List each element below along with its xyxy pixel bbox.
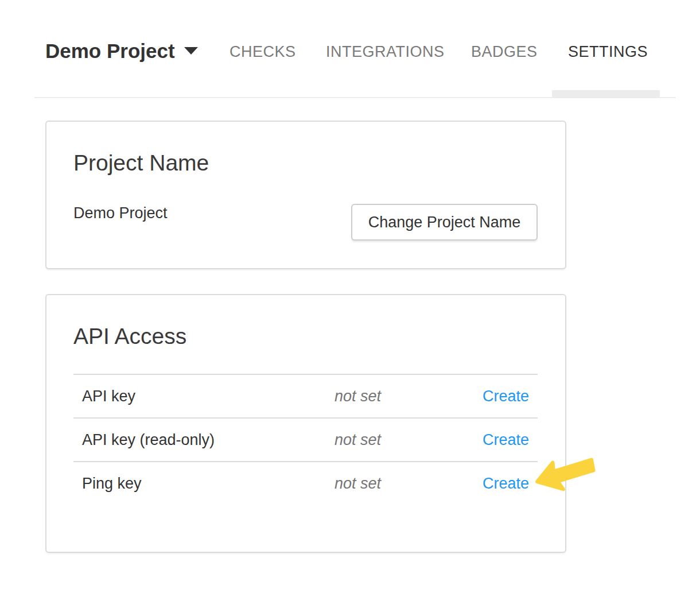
nav-divider xyxy=(34,97,676,98)
project-switcher[interactable]: Demo Project xyxy=(45,40,198,63)
create-api-key-readonly-link[interactable]: Create xyxy=(483,431,529,448)
project-switcher-label: Demo Project xyxy=(45,40,175,62)
create-api-key-link[interactable]: Create xyxy=(483,388,529,405)
caret-down-icon xyxy=(184,47,198,55)
tab-integrations[interactable]: INTEGRATIONS xyxy=(326,43,445,61)
change-project-name-button[interactable]: Change Project Name xyxy=(351,204,538,241)
project-name-card-title: Project Name xyxy=(73,150,209,176)
create-ping-key-link[interactable]: Create xyxy=(483,475,529,492)
ping-key-label: Ping key xyxy=(73,475,291,493)
api-key-value: not set xyxy=(291,388,424,405)
api-keys-table: API key not set Create API key (read-onl… xyxy=(73,374,538,505)
project-name-card: Project Name Demo Project Change Project… xyxy=(45,121,566,269)
tab-checks[interactable]: CHECKS xyxy=(230,43,296,61)
api-key-readonly-value: not set xyxy=(291,431,424,449)
table-row-api-key: API key not set Create xyxy=(73,374,538,417)
current-project-name: Demo Project xyxy=(73,204,168,222)
ping-key-value: not set xyxy=(291,475,424,493)
api-key-label: API key xyxy=(73,388,291,405)
tab-settings[interactable]: SETTINGS xyxy=(568,43,648,61)
api-access-card: API Access API key not set Create API ke… xyxy=(45,294,566,553)
api-key-readonly-label: API key (read-only) xyxy=(73,431,291,449)
api-access-card-title: API Access xyxy=(73,324,186,349)
table-row-ping-key: Ping key not set Create xyxy=(73,461,538,505)
table-row-api-key-readonly: API key (read-only) not set Create xyxy=(73,417,538,461)
tab-badges[interactable]: BADGES xyxy=(471,43,538,61)
project-settings-page: Demo Project CHECKS INTEGRATIONS BADGES … xyxy=(0,0,700,608)
